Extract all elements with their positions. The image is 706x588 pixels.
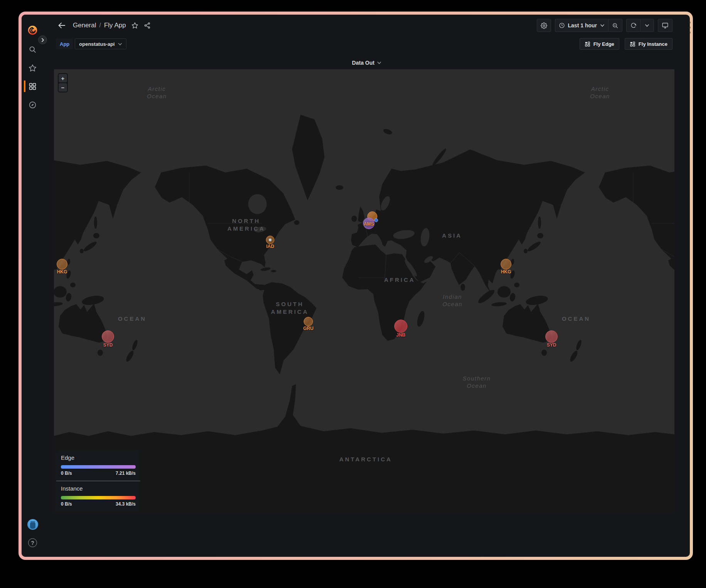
map-sub-marker[interactable] bbox=[374, 218, 378, 222]
geomap-panel[interactable]: + − ArcticOceanArcticOceanNORTHAMERICAAS… bbox=[54, 69, 674, 513]
breadcrumb-title: Fly App bbox=[104, 22, 126, 29]
monitor-icon bbox=[662, 22, 669, 29]
legend-layer-instance: Instance0 B/s34.3 kB/s bbox=[56, 481, 140, 511]
back-arrow-icon[interactable] bbox=[57, 21, 66, 30]
map-zoom-controls: + − bbox=[58, 73, 68, 92]
time-range-picker[interactable]: Last 1 hour bbox=[555, 19, 608, 32]
window-frame: ? General / Fly App bbox=[18, 12, 693, 560]
main-area: General / Fly App bbox=[44, 15, 690, 557]
dashboards-icon[interactable] bbox=[22, 79, 44, 94]
submenu-row: App openstatus-api Fly Edge Fly Instance bbox=[44, 36, 690, 52]
chevron-down-icon bbox=[377, 60, 382, 65]
map-legend: Edge0 B/s7.21 kB/sInstance0 B/s34.3 kB/s bbox=[56, 451, 140, 511]
refresh-icon bbox=[630, 22, 637, 28]
zoom-out-time-button[interactable] bbox=[608, 19, 622, 32]
legend-gradient-bar bbox=[61, 465, 136, 469]
legend-layer-edge: Edge0 B/s7.21 kB/s bbox=[56, 451, 140, 481]
grafana-app: ? General / Fly App bbox=[22, 15, 690, 557]
panel-title: Data Out bbox=[352, 60, 374, 66]
map-sub-marker[interactable] bbox=[269, 238, 272, 241]
link-label: Fly Edge bbox=[593, 41, 614, 47]
star-dashboard-icon[interactable] bbox=[131, 22, 138, 29]
clock-icon bbox=[559, 22, 565, 28]
breadcrumb-folder[interactable]: General bbox=[73, 22, 96, 29]
map-marker-syd[interactable] bbox=[545, 330, 558, 343]
refresh-interval-dropdown[interactable] bbox=[640, 19, 654, 32]
chevron-down-icon bbox=[600, 23, 605, 28]
map-marker-hkg[interactable] bbox=[501, 259, 511, 270]
world-map bbox=[54, 69, 674, 513]
dashboard-settings-button[interactable] bbox=[537, 19, 551, 32]
map-marker-syd[interactable] bbox=[102, 330, 114, 343]
dashboard-link-fly-instance[interactable]: Fly Instance bbox=[625, 38, 672, 50]
gear-icon bbox=[541, 22, 547, 29]
breadcrumb: General / Fly App bbox=[73, 22, 126, 29]
variable-value: openstatus-api bbox=[79, 41, 114, 47]
grafana-logo-icon[interactable] bbox=[27, 25, 38, 35]
time-range-label: Last 1 hour bbox=[568, 22, 597, 28]
magnifier-minus-icon bbox=[612, 22, 619, 29]
map-marker-hkg[interactable] bbox=[57, 259, 67, 270]
variable-value-dropdown[interactable]: openstatus-api bbox=[75, 39, 126, 49]
breadcrumb-separator: / bbox=[99, 22, 101, 29]
variable-label[interactable]: App bbox=[56, 39, 73, 49]
cycle-view-mode-button[interactable] bbox=[658, 19, 672, 32]
starred-icon[interactable] bbox=[22, 60, 44, 75]
map-marker-gru[interactable] bbox=[304, 317, 313, 326]
user-avatar[interactable] bbox=[27, 519, 38, 530]
link-label: Fly Instance bbox=[639, 41, 667, 47]
scrollbar-dots[interactable] bbox=[689, 22, 691, 34]
zoom-in-button[interactable]: + bbox=[59, 74, 67, 82]
legend-layer-name: Instance bbox=[61, 485, 136, 492]
zoom-out-button[interactable]: − bbox=[59, 83, 67, 92]
share-icon[interactable] bbox=[144, 22, 151, 29]
search-icon[interactable] bbox=[22, 42, 44, 57]
help-icon[interactable]: ? bbox=[28, 538, 37, 547]
chevron-down-icon bbox=[645, 23, 649, 28]
panel-title-menu[interactable]: Data Out bbox=[44, 56, 690, 69]
refresh-button[interactable] bbox=[626, 19, 640, 32]
sidebar-expand-button[interactable] bbox=[38, 35, 47, 44]
legend-min-value: 0 B/s bbox=[61, 471, 72, 476]
chevron-down-icon bbox=[118, 42, 122, 46]
apps-grid-icon bbox=[630, 41, 635, 47]
legend-max-value: 34.3 kB/s bbox=[116, 501, 136, 507]
legend-max-value: 7.21 kB/s bbox=[116, 471, 136, 476]
legend-layer-name: Edge bbox=[61, 454, 136, 461]
sidebar: ? bbox=[22, 15, 44, 557]
dashboard-header: General / Fly App bbox=[44, 15, 690, 36]
legend-min-value: 0 B/s bbox=[61, 501, 72, 507]
map-marker-ams[interactable] bbox=[363, 218, 375, 229]
map-marker-jnb[interactable] bbox=[394, 320, 407, 333]
explore-compass-icon[interactable] bbox=[22, 97, 44, 112]
dashboard-link-fly-edge[interactable]: Fly Edge bbox=[580, 38, 619, 50]
legend-gradient-bar bbox=[61, 496, 136, 499]
apps-grid-icon bbox=[585, 41, 590, 47]
